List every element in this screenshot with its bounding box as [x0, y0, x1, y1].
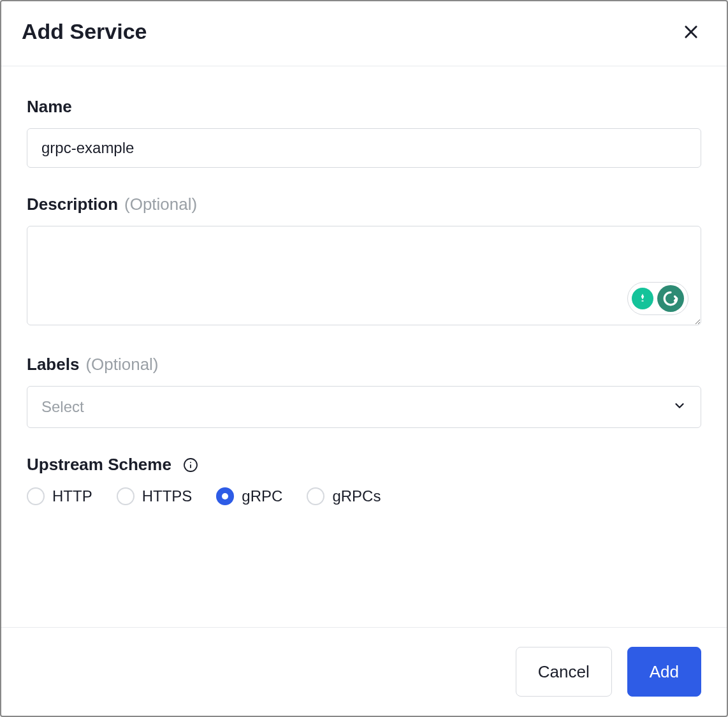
labels-optional-tag: (Optional)	[85, 355, 158, 374]
upstream-scheme-label: Upstream Scheme	[27, 455, 701, 475]
labels-select-placeholder: Select	[41, 398, 84, 416]
labels-label: Labels (Optional)	[27, 355, 701, 374]
description-label-text: Description	[27, 195, 118, 214]
modal-footer: Cancel Add	[1, 627, 727, 716]
radio-circle	[307, 487, 324, 505]
grammarly-bulb-icon	[632, 288, 653, 309]
radio-circle	[117, 487, 135, 505]
name-field-group: Name	[27, 97, 701, 168]
radio-grpcs[interactable]: gRPCs	[307, 487, 381, 505]
radio-https[interactable]: HTTPS	[117, 487, 193, 505]
close-icon	[682, 23, 700, 41]
cancel-button[interactable]: Cancel	[516, 647, 612, 697]
modal-body: Name Description (Optional) Labels (Opti…	[1, 66, 727, 627]
labels-field-group: Labels (Optional) Select	[27, 355, 701, 428]
radio-label: gRPC	[242, 487, 282, 505]
description-field-group: Description (Optional)	[27, 195, 701, 328]
info-icon[interactable]	[183, 457, 198, 473]
description-optional-tag: (Optional)	[124, 195, 197, 214]
radio-http[interactable]: HTTP	[27, 487, 92, 505]
upstream-scheme-radio-group: HTTP HTTPS gRPC gRPCs	[27, 487, 701, 505]
upstream-scheme-label-text: Upstream Scheme	[27, 455, 171, 475]
modal-header: Add Service	[1, 1, 727, 66]
name-label: Name	[27, 97, 701, 117]
description-textarea-wrapper	[27, 226, 701, 328]
name-input[interactable]	[27, 128, 701, 168]
radio-label: gRPCs	[332, 487, 381, 505]
radio-grpc[interactable]: gRPC	[216, 487, 282, 505]
radio-label: HTTP	[52, 487, 92, 505]
description-label: Description (Optional)	[27, 195, 701, 214]
modal-title: Add Service	[22, 19, 147, 44]
radio-circle	[27, 487, 45, 505]
chevron-down-icon	[673, 399, 687, 415]
grammarly-g-icon	[657, 285, 684, 312]
grammarly-widget[interactable]	[627, 282, 688, 315]
add-button[interactable]: Add	[627, 647, 701, 697]
radio-circle-selected	[216, 487, 234, 505]
close-button[interactable]	[680, 20, 703, 43]
upstream-scheme-field-group: Upstream Scheme HTTP HTTPS gRPC gRPCs	[27, 455, 701, 505]
description-input[interactable]	[27, 226, 701, 325]
labels-select[interactable]: Select	[27, 386, 701, 428]
radio-label: HTTPS	[142, 487, 193, 505]
labels-label-text: Labels	[27, 355, 79, 374]
